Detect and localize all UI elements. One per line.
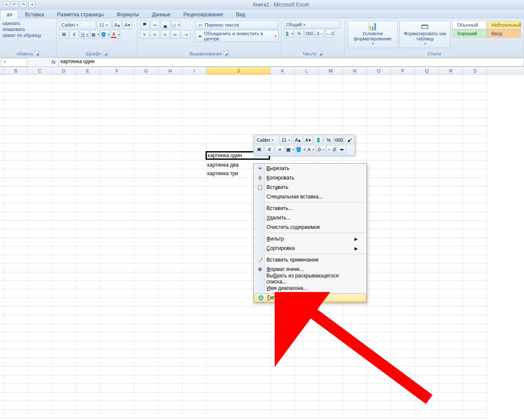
align-left-button[interactable]: ≡ bbox=[140, 30, 149, 39]
cell-Q39[interactable] bbox=[415, 401, 439, 410]
cell-O20[interactable] bbox=[367, 238, 391, 247]
cell-P40[interactable] bbox=[391, 410, 415, 418]
cell-E12[interactable] bbox=[76, 169, 100, 178]
cell-L28[interactable] bbox=[295, 307, 319, 315]
cell-N33[interactable] bbox=[343, 350, 367, 358]
cell-C1[interactable] bbox=[28, 75, 52, 83]
align-launcher[interactable]: ◢ bbox=[224, 51, 229, 56]
cell-J2[interactable] bbox=[206, 83, 271, 92]
cell-Q27[interactable] bbox=[415, 298, 439, 307]
cell-P27[interactable] bbox=[391, 298, 415, 307]
decrease-decimal-button[interactable]: ←.0 bbox=[325, 29, 335, 38]
cell-H18[interactable] bbox=[158, 221, 182, 229]
cell-M37[interactable] bbox=[319, 384, 343, 393]
cell-G34[interactable] bbox=[134, 358, 158, 367]
cell-R33[interactable] bbox=[439, 350, 463, 358]
cell-R13[interactable] bbox=[439, 178, 463, 186]
cell-Q38[interactable] bbox=[415, 393, 439, 401]
cell-E6[interactable] bbox=[76, 118, 100, 126]
cell-C31[interactable] bbox=[28, 332, 52, 341]
cell-O30[interactable] bbox=[367, 324, 391, 332]
cell-B37[interactable] bbox=[4, 384, 28, 393]
cell-E7[interactable] bbox=[76, 126, 100, 135]
cell-N3[interactable] bbox=[343, 92, 367, 100]
cell-S7[interactable] bbox=[463, 126, 487, 135]
cell-L33[interactable] bbox=[295, 350, 319, 358]
cell-S31[interactable] bbox=[463, 332, 487, 341]
cell-L7[interactable] bbox=[295, 126, 319, 135]
cell-G17[interactable] bbox=[134, 212, 158, 221]
cell-O22[interactable] bbox=[367, 255, 391, 264]
cell-P8[interactable] bbox=[391, 135, 415, 143]
cell-P36[interactable] bbox=[391, 375, 415, 384]
cell-B8[interactable] bbox=[4, 135, 28, 143]
cell-K34[interactable] bbox=[271, 358, 295, 367]
cell-C25[interactable] bbox=[28, 281, 52, 289]
cell-I21[interactable] bbox=[182, 247, 206, 255]
bold-button[interactable]: Ж bbox=[59, 30, 69, 39]
col-header-P[interactable]: P bbox=[391, 67, 415, 74]
cell-L30[interactable] bbox=[295, 324, 319, 332]
cell-P18[interactable] bbox=[391, 221, 415, 229]
name-box[interactable] bbox=[1, 58, 27, 67]
tab-data[interactable]: Данные bbox=[145, 10, 177, 19]
cell-S6[interactable] bbox=[463, 118, 487, 126]
cell-N1[interactable] bbox=[343, 75, 367, 83]
cell-K37[interactable] bbox=[271, 384, 295, 393]
orientation-button[interactable]: ⭯ bbox=[171, 21, 180, 29]
cell-S22[interactable] bbox=[463, 255, 487, 264]
cell-G25[interactable] bbox=[134, 281, 158, 289]
cell-H4[interactable] bbox=[158, 100, 182, 109]
cell-Q9[interactable] bbox=[415, 143, 439, 152]
cell-M32[interactable] bbox=[319, 341, 343, 350]
cell-D18[interactable] bbox=[52, 221, 76, 229]
cell-F7[interactable] bbox=[100, 126, 134, 135]
cell-S19[interactable] bbox=[463, 229, 487, 238]
cell-I37[interactable] bbox=[182, 384, 206, 393]
style-good[interactable]: Хороший bbox=[452, 29, 487, 38]
cell-Q3[interactable] bbox=[415, 92, 439, 100]
cell-P12[interactable] bbox=[391, 169, 415, 178]
cell-E24[interactable] bbox=[76, 272, 100, 281]
cell-Q21[interactable] bbox=[415, 247, 439, 255]
cell-M39[interactable] bbox=[319, 401, 343, 410]
cell-B34[interactable] bbox=[4, 358, 28, 367]
cell-F37[interactable] bbox=[100, 384, 134, 393]
ctx--[interactable]: Имя диапазона... bbox=[254, 283, 366, 293]
number-launcher[interactable]: ◢ bbox=[318, 51, 323, 56]
cell-D38[interactable] bbox=[52, 393, 76, 401]
cell-C35[interactable] bbox=[28, 367, 52, 375]
cell-R31[interactable] bbox=[439, 332, 463, 341]
cell-C2[interactable] bbox=[28, 83, 52, 92]
cell-B36[interactable] bbox=[4, 375, 28, 384]
cell-P21[interactable] bbox=[391, 247, 415, 255]
cell-B40[interactable] bbox=[4, 410, 28, 418]
cell-B1[interactable] bbox=[4, 75, 28, 83]
cell-Q29[interactable] bbox=[415, 315, 439, 324]
cell-J5[interactable] bbox=[206, 109, 271, 118]
cell-I38[interactable] bbox=[182, 393, 206, 401]
cell-B30[interactable] bbox=[4, 324, 28, 332]
cell-D15[interactable] bbox=[52, 195, 76, 204]
cell-H15[interactable] bbox=[158, 195, 182, 204]
font-launcher[interactable]: ◢ bbox=[103, 51, 108, 56]
cell-J38[interactable] bbox=[206, 393, 271, 401]
cell-E23[interactable] bbox=[76, 264, 100, 272]
cell-I3[interactable] bbox=[182, 92, 206, 100]
cell-G3[interactable] bbox=[134, 92, 158, 100]
cell-O24[interactable] bbox=[367, 272, 391, 281]
cell-E28[interactable] bbox=[76, 307, 100, 315]
cell-F35[interactable] bbox=[100, 367, 134, 375]
cell-R9[interactable] bbox=[439, 143, 463, 152]
cell-Q2[interactable] bbox=[415, 83, 439, 92]
cell-J39[interactable] bbox=[206, 401, 271, 410]
cell-R29[interactable] bbox=[439, 315, 463, 324]
cell-G5[interactable] bbox=[134, 109, 158, 118]
cell-E34[interactable] bbox=[76, 358, 100, 367]
cell-O32[interactable] bbox=[367, 341, 391, 350]
cell-S29[interactable] bbox=[463, 315, 487, 324]
cell-O23[interactable] bbox=[367, 264, 391, 272]
cell-E27[interactable] bbox=[76, 298, 100, 307]
cell-S17[interactable] bbox=[463, 212, 487, 221]
cell-P31[interactable] bbox=[391, 332, 415, 341]
